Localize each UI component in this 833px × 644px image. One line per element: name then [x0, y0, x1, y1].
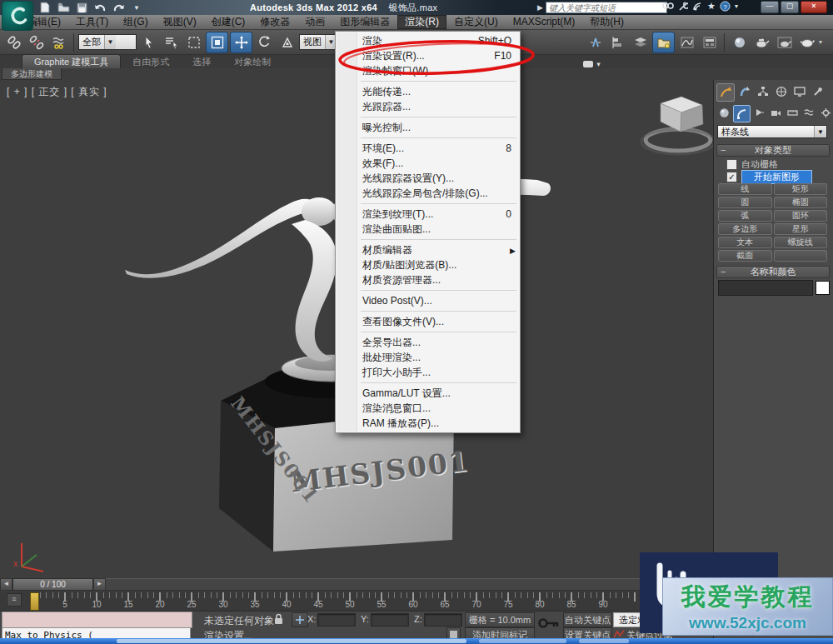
render-menu-item[interactable]: 渲染到纹理(T)... 0 ▶: [336, 207, 520, 222]
help-dropdown-icon[interactable]: ▾: [735, 2, 738, 10]
shape-button[interactable]: 圆环: [774, 210, 828, 222]
render-menu-item[interactable]: 曝光控制... ▶: [336, 120, 520, 135]
menu-bar-item[interactable]: 创建(C): [204, 15, 253, 29]
select-and-move-icon[interactable]: [230, 32, 252, 53]
schematic-view-icon[interactable]: [699, 32, 720, 52]
render-menu-item[interactable]: Gamma/LUT 设置... ▶: [336, 386, 520, 401]
maximize-button[interactable]: ▢: [781, 1, 799, 13]
select-and-rotate-icon[interactable]: [254, 32, 275, 52]
shape-button[interactable]: 星形: [774, 223, 828, 235]
category-lights-icon[interactable]: [751, 105, 767, 121]
category-helpers-icon[interactable]: [785, 105, 801, 121]
tab-graphite-modeling[interactable]: Graphite 建模工具: [22, 54, 121, 68]
category-cameras-icon[interactable]: [768, 105, 784, 121]
render-menu-item[interactable]: 渲染消息窗口... ▶: [336, 401, 520, 416]
taskbar-window-button[interactable]: [479, 639, 566, 643]
shape-category-dropdown[interactable]: 样条线 ▼: [717, 125, 827, 138]
category-geometry-icon[interactable]: [716, 105, 732, 121]
favorites-star-icon[interactable]: ★: [707, 1, 716, 12]
render-menu-item[interactable]: 打印大小助手... ▶: [336, 365, 520, 380]
tab-motion-icon[interactable]: [773, 83, 790, 100]
save-icon[interactable]: [75, 2, 88, 13]
rendered-frame-window-icon[interactable]: [774, 32, 795, 52]
shape-button[interactable]: 矩形: [774, 183, 828, 195]
ribbon-minimize-icon[interactable]: ▾: [582, 60, 601, 68]
tab-display-icon[interactable]: [791, 83, 808, 100]
windows-taskbar[interactable]: [0, 638, 833, 644]
previous-frame-button[interactable]: ◄: [0, 578, 12, 591]
current-frame-marker[interactable]: [30, 592, 39, 611]
search-icon[interactable]: [662, 2, 674, 11]
category-space-warps-icon[interactable]: [801, 105, 817, 121]
select-object-icon[interactable]: [138, 32, 159, 52]
render-menu-item[interactable]: 查看图像文件(V)... ▶: [336, 314, 520, 329]
selection-lock-icon[interactable]: [273, 613, 284, 625]
render-menu-item[interactable]: 材质编辑器 ▶: [336, 242, 520, 257]
category-shapes-icon[interactable]: [733, 105, 751, 122]
render-menu-item[interactable]: 材质/贴图浏览器(B)... ▶: [336, 257, 520, 272]
communication-center-icon[interactable]: [692, 2, 703, 12]
new-file-icon[interactable]: [38, 2, 52, 13]
redo-icon[interactable]: [112, 2, 125, 13]
shape-button[interactable]: 文本: [718, 237, 772, 248]
menu-bar-item[interactable]: 动画: [297, 15, 332, 29]
render-production-icon[interactable]: [796, 32, 817, 52]
chevron-down-icon[interactable]: ▼: [104, 35, 116, 49]
render-menu-item[interactable]: ▶: [336, 114, 520, 120]
render-menu-item[interactable]: 光线跟踪器设置(Y)... ▶: [336, 171, 520, 186]
mirror-icon[interactable]: [585, 32, 606, 52]
shape-button[interactable]: 线: [718, 183, 772, 195]
absolute-offset-toggle-icon[interactable]: [292, 612, 308, 627]
selection-filter-dropdown[interactable]: 全部▼: [78, 34, 137, 50]
select-and-scale-icon[interactable]: [277, 32, 297, 52]
render-menu-item[interactable]: 光跟踪器... ▶: [336, 99, 520, 114]
ribbon-panel-polygon-modeling[interactable]: 多边形建模: [2, 68, 62, 80]
time-tag-icon[interactable]: ≡: [7, 593, 22, 607]
render-menu-item[interactable]: ▶: [336, 135, 520, 141]
window-crossing-toggle-icon[interactable]: [206, 32, 228, 53]
tab-selection[interactable]: 选择: [181, 55, 222, 68]
shape-button[interactable]: [774, 250, 828, 262]
maxscript-mini-listener[interactable]: [2, 612, 192, 628]
object-name-input[interactable]: [718, 280, 813, 296]
time-slider-handle[interactable]: 0 / 100: [12, 578, 93, 591]
render-menu-item[interactable]: 全景导出器... ▶: [336, 335, 520, 350]
shape-button[interactable]: 多边形: [718, 223, 772, 235]
render-menu-item[interactable]: 环境(E)... 8 ▶: [336, 141, 520, 156]
render-menu-item[interactable]: ▶: [336, 380, 520, 386]
auto-key-button[interactable]: 自动关键点: [563, 612, 612, 627]
render-menu-item[interactable]: 渲染帧窗口(W)... ▶: [336, 63, 520, 78]
render-dropdown-icon[interactable]: ▾: [819, 38, 822, 46]
select-by-name-icon[interactable]: [161, 32, 182, 52]
render-menu-item[interactable]: 渲染设置(R)... F10 ▶: [336, 48, 520, 63]
layer-manager-icon[interactable]: [630, 32, 651, 52]
viewport-label[interactable]: [ + ] [ 正交 ] [ 真实 ]: [7, 85, 107, 99]
render-menu-item[interactable]: 光线跟踪全局包含/排除(G)... ▶: [336, 186, 520, 201]
render-menu-item[interactable]: 光能传递... ▶: [336, 84, 520, 99]
qat-dropdown-icon[interactable]: ▼: [130, 2, 143, 13]
menu-bar-item[interactable]: 视图(V): [156, 15, 204, 29]
render-menu-item[interactable]: RAM 播放器(P)... ▶: [336, 416, 520, 431]
collapse-icon[interactable]: −: [721, 145, 726, 156]
menu-bar-item[interactable]: 组(G): [116, 15, 155, 29]
render-menu-item[interactable]: 渲染曲面贴图... ▶: [336, 222, 520, 237]
menu-bar-item[interactable]: 工具(T): [68, 15, 116, 29]
chevron-down-icon[interactable]: ▼: [814, 126, 826, 137]
app-logo-icon[interactable]: [2, 1, 33, 31]
taskbar-window-button[interactable]: [579, 639, 629, 643]
minimize-button[interactable]: —: [761, 1, 779, 13]
render-menu-item[interactable]: ▶: [336, 201, 520, 207]
search-expand-icon[interactable]: ▶: [537, 3, 543, 12]
undo-icon[interactable]: [93, 2, 107, 13]
tab-create-icon[interactable]: [716, 83, 735, 102]
shape-button[interactable]: 椭圆: [774, 197, 828, 208]
menu-bar-item[interactable]: 渲染(R): [397, 15, 446, 29]
shape-button[interactable]: 圆: [718, 197, 772, 208]
render-menu-item[interactable]: 材质资源管理器... ▶: [336, 272, 520, 287]
material-editor-icon[interactable]: [729, 32, 750, 52]
render-menu-item[interactable]: ▶: [336, 287, 520, 293]
taskbar-window-button[interactable]: [117, 639, 466, 643]
open-file-icon[interactable]: [57, 2, 70, 13]
rectangular-selection-region-icon[interactable]: [183, 32, 204, 52]
shape-button[interactable]: 截面: [718, 250, 772, 262]
